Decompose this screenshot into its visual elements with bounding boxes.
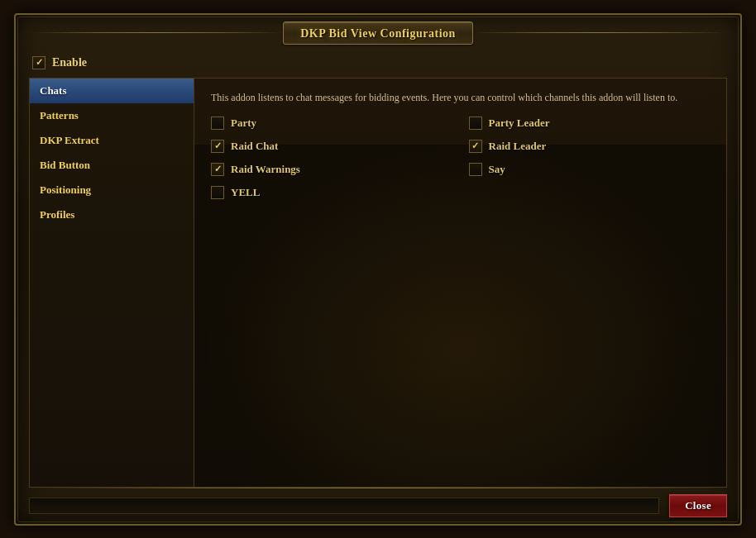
bottom-bar: Close <box>16 488 740 524</box>
main-content: Chats Patterns DKP Extract Bid Button Po… <box>29 78 727 488</box>
raid-warnings-checkbox[interactable] <box>211 163 224 176</box>
enable-checkbox[interactable] <box>32 56 45 69</box>
sidebar-item-profiles[interactable]: Profiles <box>30 202 194 227</box>
sidebar-item-positioning[interactable]: Positioning <box>30 178 194 202</box>
sidebar: Chats Patterns DKP Extract Bid Button Po… <box>29 78 194 488</box>
checkboxes-grid: Party Party Leader Raid Chat Raid Leader <box>211 117 710 199</box>
sidebar-item-patterns[interactable]: Patterns <box>30 103 194 128</box>
raid-leader-checkbox[interactable] <box>469 140 482 153</box>
sidebar-item-dkp-extract[interactable]: DKP Extract <box>30 128 194 153</box>
yell-checkbox[interactable] <box>211 186 224 199</box>
yell-label: YELL <box>231 186 260 199</box>
title-bar-inner: DKP Bid View Configuration <box>283 21 473 45</box>
bottom-line <box>29 488 727 488</box>
enable-row: Enable <box>16 51 740 78</box>
raid-chat-label: Raid Chat <box>231 140 278 153</box>
say-checkbox[interactable] <box>469 163 482 176</box>
checkbox-row-party-leader: Party Leader <box>469 117 711 130</box>
say-label: Say <box>489 163 505 176</box>
sidebar-item-bid-button[interactable]: Bid Button <box>30 153 194 178</box>
checkbox-row-raid-chat: Raid Chat <box>211 140 452 153</box>
raid-chat-checkbox[interactable] <box>211 140 224 153</box>
title-line-right <box>473 32 724 33</box>
content-panel: This addon listens to chat messages for … <box>194 78 727 488</box>
main-window: DKP Bid View Configuration Enable Chats … <box>14 13 742 526</box>
checkbox-row-raid-warnings: Raid Warnings <box>211 163 452 176</box>
title-line-left <box>32 32 283 33</box>
close-button[interactable]: Close <box>669 494 727 517</box>
checkbox-row-raid-leader: Raid Leader <box>469 140 711 153</box>
raid-warnings-label: Raid Warnings <box>231 163 300 176</box>
sidebar-item-chats[interactable]: Chats <box>30 79 194 103</box>
enable-label: Enable <box>52 56 87 69</box>
checkbox-row-party: Party <box>211 117 452 130</box>
checkbox-row-say: Say <box>469 163 711 176</box>
description-text: This addon listens to chat messages for … <box>211 90 710 105</box>
window-title: DKP Bid View Configuration <box>300 27 456 40</box>
raid-leader-label: Raid Leader <box>489 140 547 153</box>
status-bar <box>29 498 659 514</box>
party-label: Party <box>231 117 256 130</box>
title-bar: DKP Bid View Configuration <box>16 15 740 51</box>
checkbox-row-yell: YELL <box>211 186 452 199</box>
party-checkbox[interactable] <box>211 117 224 130</box>
party-leader-checkbox[interactable] <box>469 117 482 130</box>
party-leader-label: Party Leader <box>489 117 550 130</box>
